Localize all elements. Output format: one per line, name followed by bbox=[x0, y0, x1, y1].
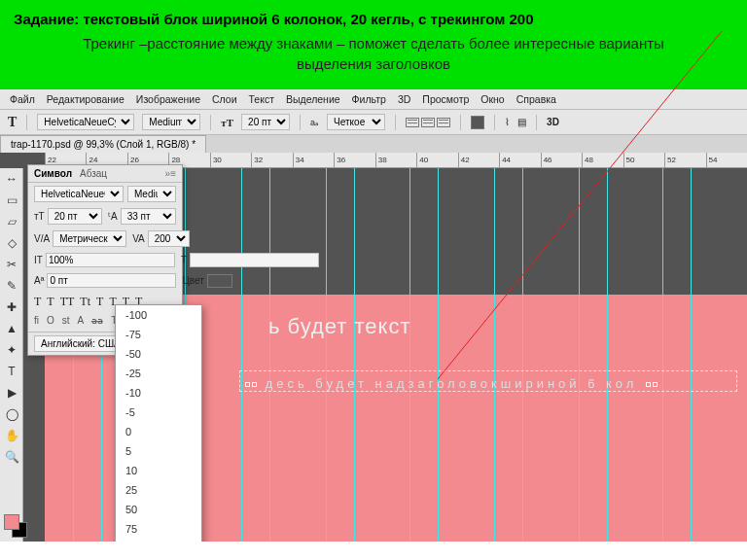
menu-file[interactable]: Файл bbox=[10, 93, 35, 105]
aa-label: aₐ bbox=[310, 118, 319, 127]
panel-size[interactable]: 20 пт bbox=[48, 208, 102, 225]
photoshop-window: Файл Редактирование Изображение Слои Тек… bbox=[0, 89, 747, 533]
tool-11[interactable]: ◯ bbox=[0, 403, 23, 425]
task-banner: Задание: текстовый блок шириной 6 колоно… bbox=[0, 0, 747, 89]
tracking-option[interactable]: -100 bbox=[116, 305, 201, 325]
tracking-option[interactable]: 25 bbox=[116, 480, 201, 500]
tracking-option[interactable]: 75 bbox=[116, 519, 201, 539]
tracking-option[interactable]: -25 bbox=[116, 364, 201, 383]
menu-filter[interactable]: Фильтр bbox=[352, 93, 386, 105]
tool-5[interactable]: ✎ bbox=[0, 275, 23, 297]
text-align-group[interactable] bbox=[406, 118, 450, 127]
menu-edit[interactable]: Редактирование bbox=[47, 93, 124, 105]
tool-0[interactable]: ↔ bbox=[0, 168, 23, 190]
leading-icon: ᵗA bbox=[108, 211, 118, 222]
menu-select[interactable]: Выделение bbox=[286, 93, 340, 105]
color-label: Цвет bbox=[182, 275, 203, 286]
tool-8[interactable]: ✦ bbox=[0, 339, 23, 361]
tracking-option[interactable]: 50 bbox=[116, 500, 201, 519]
tracking-option[interactable]: -50 bbox=[116, 344, 201, 364]
tool-1[interactable]: ▭ bbox=[0, 190, 23, 211]
tracking-dropdown[interactable]: -100-75-50-25-10-50510255075100200 bbox=[115, 304, 202, 542]
menu-window[interactable]: Окно bbox=[480, 93, 504, 105]
doc-tab-active[interactable]: trap-1170.psd @ 99,3% (Слой 1, RGB/8) * bbox=[0, 135, 206, 153]
menu-type[interactable]: Текст bbox=[249, 93, 274, 105]
tracking-icon: VA bbox=[132, 233, 145, 244]
tracking-option[interactable]: 0 bbox=[116, 422, 201, 441]
char-panel-toggle-icon[interactable]: ▤ bbox=[517, 117, 526, 127]
panel-baseline[interactable] bbox=[47, 273, 176, 288]
menu-layer[interactable]: Слои bbox=[212, 93, 237, 105]
font-weight-select[interactable]: Medium bbox=[142, 114, 200, 130]
sample-text-large[interactable]: ь будет текст bbox=[268, 314, 411, 339]
tool-9[interactable]: T bbox=[0, 361, 23, 382]
vscale-icon: IT bbox=[34, 255, 43, 265]
tool-4[interactable]: ✂ bbox=[0, 254, 23, 275]
type-style-btn[interactable]: TT bbox=[60, 295, 75, 309]
opentype-btn[interactable]: a̶a̶ bbox=[91, 315, 103, 326]
toolbox: ↔▭▱◇✂✎✚▲✦T▶◯✋🔍 bbox=[0, 168, 23, 542]
warp-text-icon[interactable]: ⌇ bbox=[505, 117, 510, 127]
type-style-btn[interactable]: T bbox=[47, 295, 53, 309]
type-style-btn[interactable]: Tt bbox=[80, 295, 90, 309]
type-style-btn[interactable]: T bbox=[96, 295, 103, 309]
color-swatches[interactable] bbox=[0, 510, 22, 542]
panel-tracking[interactable]: 200 bbox=[148, 230, 190, 247]
options-bar: T HelveticaNeueCyr Medium тT 20 пт aₐ Че… bbox=[0, 110, 747, 135]
document-tabs: trap-1170.psd @ 99,3% (Слой 1, RGB/8) * bbox=[0, 135, 747, 153]
tracked-text-content: десь будет надзаголовокшириной 6 кол bbox=[266, 376, 638, 391]
size-icon: тT bbox=[34, 211, 45, 222]
menu-help[interactable]: Справка bbox=[516, 93, 556, 105]
caption-text: Трекинг –расстояние между знаками – помо… bbox=[60, 33, 687, 74]
opentype-btn[interactable]: st bbox=[62, 315, 70, 326]
kerning-icon: V/A bbox=[34, 233, 50, 244]
sample-text-tracked[interactable]: десь будет надзаголовокшириной 6 кол bbox=[244, 376, 658, 391]
task-text: Задание: текстовый блок шириной 6 колоно… bbox=[14, 10, 733, 29]
panel-hscale[interactable] bbox=[190, 253, 319, 267]
panel-leading[interactable]: 33 пт bbox=[121, 208, 176, 225]
panel-color-swatch[interactable] bbox=[207, 274, 232, 288]
type-style-btn[interactable]: T bbox=[34, 295, 41, 309]
type-tool-icon: T bbox=[8, 115, 17, 130]
opentype-btn[interactable]: A bbox=[78, 315, 85, 326]
3d-button[interactable]: 3D bbox=[547, 117, 559, 127]
tab-character[interactable]: Символ bbox=[34, 168, 72, 179]
panel-menu-icon[interactable]: »≡ bbox=[165, 168, 176, 179]
tool-3[interactable]: ◇ bbox=[0, 232, 23, 254]
menu-image[interactable]: Изображение bbox=[136, 93, 200, 105]
font-size-select[interactable]: 20 пт bbox=[241, 114, 290, 130]
panel-font-family[interactable]: HelveticaNeueCyr bbox=[34, 186, 124, 202]
tab-paragraph[interactable]: Абзац bbox=[80, 168, 107, 179]
tracking-option[interactable]: -5 bbox=[116, 402, 201, 422]
antialias-select[interactable]: Четкое bbox=[327, 114, 385, 130]
tool-7[interactable]: ▲ bbox=[0, 318, 23, 339]
menubar: Файл Редактирование Изображение Слои Тек… bbox=[0, 89, 747, 110]
tracking-option[interactable]: 10 bbox=[116, 461, 201, 480]
opentype-btn[interactable]: fi bbox=[34, 315, 39, 326]
size-icon: тT bbox=[221, 117, 233, 128]
hscale-icon: T bbox=[181, 255, 187, 265]
tool-6[interactable]: ✚ bbox=[0, 297, 23, 318]
tool-13[interactable]: 🔍 bbox=[0, 446, 23, 468]
tracking-option[interactable]: 100 bbox=[116, 539, 201, 542]
font-family-select[interactable]: HelveticaNeueCyr bbox=[37, 114, 134, 130]
tracking-option[interactable]: 5 bbox=[116, 441, 201, 461]
panel-vscale[interactable] bbox=[46, 253, 175, 267]
opentype-btn[interactable]: O bbox=[47, 315, 54, 326]
tracking-option[interactable]: -75 bbox=[116, 325, 201, 344]
tracking-option[interactable]: -10 bbox=[116, 383, 201, 402]
menu-view[interactable]: Просмотр bbox=[422, 93, 469, 105]
tool-10[interactable]: ▶ bbox=[0, 382, 23, 403]
tool-2[interactable]: ▱ bbox=[0, 211, 23, 232]
menu-3d[interactable]: 3D bbox=[398, 93, 410, 105]
panel-font-weight[interactable]: Medium bbox=[127, 186, 176, 202]
canvas-area: 2224262830323436384042444648505254 ↔▭▱◇✂… bbox=[0, 153, 747, 542]
panel-kerning[interactable]: Метрическ bbox=[53, 230, 126, 247]
baseline-icon: Aª bbox=[34, 275, 44, 286]
foreground-swatch[interactable] bbox=[4, 514, 19, 530]
tool-12[interactable]: ✋ bbox=[0, 425, 23, 446]
text-color-swatch[interactable] bbox=[471, 116, 484, 129]
